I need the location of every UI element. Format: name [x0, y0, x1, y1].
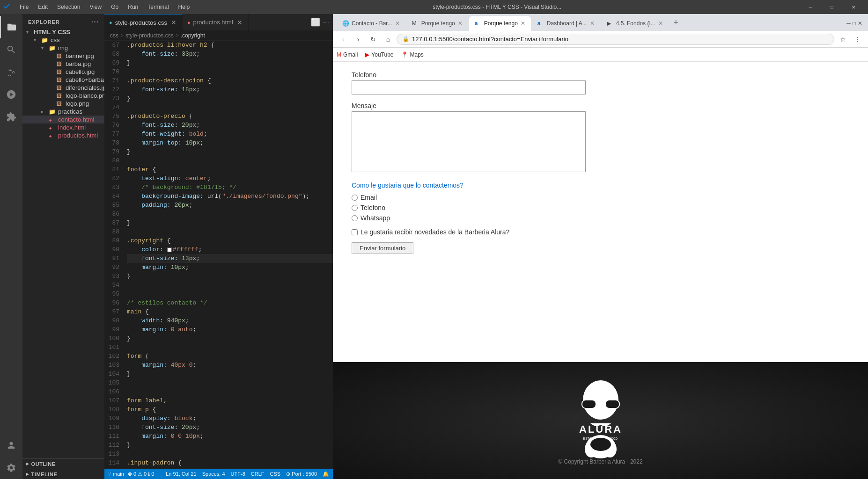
code-line-96[interactable]: /* estilos contacto */	[127, 298, 333, 307]
spaces[interactable]: Spaces: 4	[202, 471, 225, 477]
split-editor-icon[interactable]: ⬜	[311, 18, 320, 27]
menu-run[interactable]: Run	[123, 3, 143, 11]
menu-selection[interactable]: Selection	[52, 3, 85, 11]
tree-folder-img[interactable]: ▾ 📁 img	[22, 44, 104, 52]
errors-warnings[interactable]: ⊗0 ⚠0 ℹ0	[128, 471, 154, 477]
code-content[interactable]: .productos li:hover h2 { font-size: 33px…	[123, 41, 333, 469]
code-line-102[interactable]: form {	[127, 352, 333, 361]
code-line-114[interactable]: .input-padron {	[127, 458, 333, 467]
code-line-112[interactable]: }	[127, 441, 333, 450]
tab-style-productos[interactable]: ● style-productos.css ✕	[104, 14, 183, 30]
outline-section[interactable]: ▸OUTLINE	[22, 458, 104, 469]
code-line-82[interactable]: text-align: center;	[127, 174, 333, 183]
run-icon[interactable]	[0, 83, 22, 106]
menu-help[interactable]: Help	[174, 3, 195, 11]
code-line-86[interactable]	[127, 210, 333, 218]
close-button[interactable]: ✕	[843, 0, 864, 14]
code-line-106[interactable]	[127, 387, 333, 396]
browser-tab-active[interactable]: a Porque tengo ✕	[469, 16, 531, 31]
code-line-79[interactable]: }	[127, 147, 333, 156]
code-line-88[interactable]	[127, 227, 333, 236]
encoding[interactable]: UTF-8	[231, 471, 245, 477]
tab-productos-html[interactable]: ● productos.html ✕	[183, 14, 249, 30]
code-line-110[interactable]: font-size: 20px;	[127, 423, 333, 432]
nav-home-button[interactable]: ⌂	[382, 33, 395, 46]
browser-minimize[interactable]: ─	[846, 20, 851, 27]
code-line-77[interactable]: font-weight: bold;	[127, 130, 333, 138]
code-line-111[interactable]: margin: 0 0 10px;	[127, 432, 333, 441]
tree-file-logo-blanco[interactable]: 🖼 logo-blanco.png	[22, 92, 104, 100]
bookmark-youtube[interactable]: ▶ YouTube	[365, 51, 393, 58]
browser-tab-dashboard[interactable]: a Dashboard | A... ✕	[532, 16, 600, 31]
tree-item-root[interactable]: ▾ HTML Y CSS	[22, 28, 104, 36]
menu-edit[interactable]: Edit	[33, 3, 52, 11]
code-line-74[interactable]	[127, 103, 333, 112]
menu-view[interactable]: View	[85, 3, 106, 11]
code-line-67[interactable]: .productos li:hover h2 {	[127, 41, 333, 50]
mensaje-textarea[interactable]	[352, 111, 586, 172]
code-line-80[interactable]	[127, 156, 333, 165]
code-line-84[interactable]: background-image: url("./imagenes/fondo.…	[127, 192, 333, 201]
code-line-75[interactable]: .producto-precio {	[127, 112, 333, 121]
nav-back-button[interactable]: ‹	[337, 33, 350, 46]
code-line-90[interactable]: color: #ffffff;	[127, 245, 333, 254]
radio-telefono[interactable]: Telefono	[352, 204, 586, 211]
tree-folder-css[interactable]: ▾ 📁 css	[22, 36, 104, 44]
radio-telefono-input[interactable]	[352, 205, 358, 211]
breadcrumb-selector[interactable]: .copyright	[181, 32, 205, 39]
code-line-98[interactable]: width: 940px;	[127, 316, 333, 325]
code-line-69[interactable]: }	[127, 58, 333, 67]
explorer-more-button[interactable]: ···	[91, 18, 99, 26]
minimize-button[interactable]: ─	[800, 0, 821, 14]
code-line-91[interactable]: font-size: 13px;	[127, 254, 333, 263]
accounts-icon[interactable]	[0, 434, 22, 457]
bookmark-maps[interactable]: 📍 Maps	[401, 51, 424, 58]
tab-close-fondos[interactable]: ✕	[658, 20, 663, 27]
code-line-99[interactable]: margin: 0 auto;	[127, 325, 333, 334]
code-line-83[interactable]: /* background: #181715; */	[127, 183, 333, 192]
menu-terminal[interactable]: Terminal	[143, 3, 173, 11]
newsletter-checkbox[interactable]	[352, 229, 358, 235]
tree-file-barba[interactable]: 🖼 barba.jpg	[22, 60, 104, 68]
code-line-78[interactable]: margin-top: 10px;	[127, 138, 333, 147]
code-line-104[interactable]: }	[127, 370, 333, 378]
code-line-97[interactable]: main {	[127, 307, 333, 316]
bookmark-gmail[interactable]: M Gmail	[337, 51, 358, 58]
tab-close-productos[interactable]: ✕	[236, 19, 243, 26]
code-line-101[interactable]	[127, 343, 333, 352]
tab-close-mail1[interactable]: ✕	[458, 20, 463, 27]
radio-email[interactable]: Email	[352, 194, 586, 201]
tree-file-index[interactable]: ⬥ index.html	[22, 123, 104, 131]
code-line-71[interactable]: .producto-descripcion {	[127, 76, 333, 85]
code-line-73[interactable]: }	[127, 94, 333, 103]
code-line-107[interactable]: form label,	[127, 396, 333, 405]
code-editor[interactable]: 6768697071727374757677787980818283848586…	[104, 41, 333, 469]
newsletter-checkbox-label[interactable]: Le gustaria recibir novedades de la Barb…	[352, 228, 586, 236]
tab-close-style[interactable]: ✕	[170, 19, 177, 26]
tree-file-banner[interactable]: 🖼 banner.jpg	[22, 52, 104, 60]
git-branch[interactable]: ⑂ main	[108, 471, 124, 477]
radio-whatsapp-input[interactable]	[352, 215, 358, 221]
code-line-85[interactable]: padding: 20px;	[127, 201, 333, 210]
tree-file-cabello-barba[interactable]: 🖼 cabello+barba.jpg	[22, 76, 104, 84]
code-line-68[interactable]: font-size: 33px;	[127, 50, 333, 58]
browser-restore[interactable]: □	[853, 20, 856, 27]
tab-close-dash[interactable]: ✕	[590, 20, 595, 27]
timeline-section[interactable]: ▸TIMELINE	[22, 469, 104, 479]
browser-menu-button[interactable]: ⋮	[851, 33, 864, 46]
code-line-108[interactable]: form p {	[127, 405, 333, 414]
code-line-89[interactable]: .copyright {	[127, 236, 333, 245]
nav-reload-button[interactable]: ↻	[367, 33, 380, 46]
tree-file-productos[interactable]: ⬥ productos.html	[22, 131, 104, 139]
port[interactable]: ⊕ Port : 5500	[286, 471, 317, 477]
notifications-icon[interactable]: 🔔	[323, 471, 329, 477]
radio-email-input[interactable]	[352, 195, 358, 201]
code-line-105[interactable]	[127, 378, 333, 387]
code-line-81[interactable]: footer {	[127, 165, 333, 174]
code-line-70[interactable]	[127, 67, 333, 76]
browser-tab-mail1[interactable]: M Porque tengo ✕	[406, 16, 468, 31]
line-ending[interactable]: CRLF	[251, 471, 265, 477]
browser-tab-fondos[interactable]: ▶ 4.5. Fondos (I... ✕	[601, 16, 669, 31]
code-line-103[interactable]: margin: 40px 0;	[127, 361, 333, 370]
tree-file-cabello[interactable]: 🖼 cabello.jpg	[22, 68, 104, 76]
